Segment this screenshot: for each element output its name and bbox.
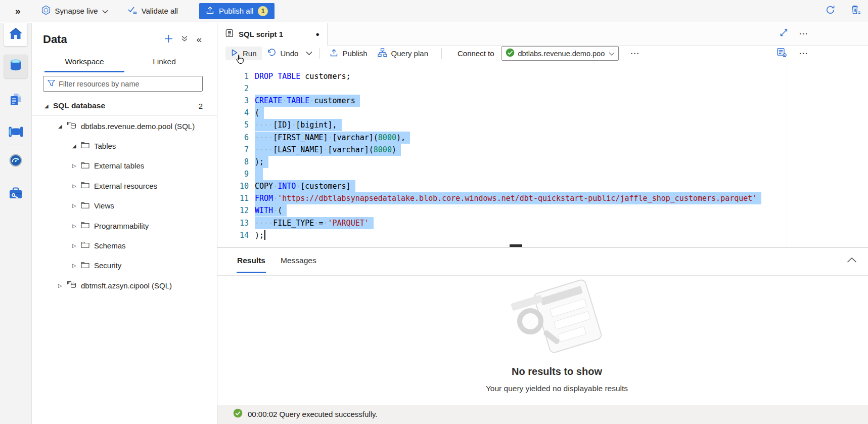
line-number: 4	[217, 107, 249, 119]
publish-button[interactable]: Publish	[325, 47, 372, 61]
selected-pool-name: dbtlabs.revenue.demo.pool	[518, 50, 605, 58]
undo-icon	[267, 49, 277, 59]
expanded-caret-icon[interactable]: ◢	[58, 123, 67, 129]
sql-editor-region: SQL script 1 ● ··· Run Undo Publish Quer…	[217, 23, 868, 424]
nav-data-button[interactable]	[4, 55, 27, 78]
tree-item-sql-database[interactable]: ◢SQL database2	[32, 96, 217, 116]
upload-icon	[206, 6, 214, 16]
tab-linked[interactable]: Linked	[124, 52, 204, 72]
empty-state-title: No results to show	[512, 366, 602, 377]
query-plan-button[interactable]: Query plan	[373, 46, 433, 61]
tab-messages[interactable]: Messages	[280, 250, 317, 273]
run-button[interactable]: Run	[225, 47, 262, 60]
success-check-icon	[233, 408, 243, 420]
nav-manage-button[interactable]	[4, 183, 27, 206]
publish-all-button[interactable]: Publish all 1	[199, 3, 275, 19]
collapsed-caret-icon[interactable]: ▷	[72, 203, 81, 208]
double-chevron-down-icon[interactable]	[181, 35, 188, 44]
code-line-1[interactable]: 1DROP TABLE customers;	[217, 70, 868, 82]
expanded-caret-icon[interactable]: ◢	[72, 143, 81, 149]
tree-item-tables[interactable]: ◢Tables	[32, 136, 217, 156]
code-line-4[interactable]: 4(	[217, 107, 868, 119]
home-icon	[9, 27, 23, 42]
code-text: ····[FIRST_NAME]·[varchar](8000),	[255, 132, 410, 144]
code-line-3[interactable]: 3CREATE·TABLE·customers	[217, 95, 868, 107]
panel-title: Data	[43, 33, 67, 46]
collapsed-caret-icon[interactable]: ▷	[72, 263, 81, 268]
run-label: Run	[243, 49, 257, 58]
monitor-gauge-icon	[9, 153, 23, 169]
code-line-13[interactable]: 13····FILE_TYPE·=·'PARQUET'	[217, 217, 868, 229]
code-line-8[interactable]: 8);	[217, 156, 868, 168]
code-text: DROP TABLE customers;	[255, 70, 351, 82]
code-line-6[interactable]: 6····[FIRST_NAME]·[varchar](8000),	[217, 132, 868, 144]
pool-status-check-icon	[506, 48, 515, 59]
tree-item-security[interactable]: ▷Security	[32, 256, 217, 275]
code-text: COPY·INTO·[customers]	[255, 180, 355, 192]
line-number: 12	[217, 204, 249, 217]
discard-all-icon[interactable]	[851, 5, 861, 17]
collapsed-caret-icon[interactable]: ▷	[72, 223, 81, 229]
editor-more-actions-icon[interactable]: ···	[799, 49, 808, 58]
tree-item-dbtmsft-azsyn-cipool-sql-[interactable]: ▷dbtmsft.azsyn.cipool (SQL)	[32, 276, 217, 295]
line-number: 1	[217, 70, 249, 82]
splitter-handle[interactable]	[510, 244, 522, 247]
code-line-7[interactable]: 7····[LAST_NAME]·[varchar](8000)	[217, 144, 868, 156]
properties-icon[interactable]	[776, 48, 787, 60]
expand-editor-icon[interactable]	[780, 28, 788, 39]
collapse-panel-icon[interactable]: «	[196, 34, 202, 45]
code-line-9[interactable]: 9	[217, 168, 868, 180]
refresh-icon[interactable]	[825, 5, 836, 17]
tab-sql-script-1[interactable]: SQL script 1 ●	[217, 23, 328, 46]
nav-develop-button[interactable]	[4, 89, 27, 112]
tab-results[interactable]: Results	[237, 250, 266, 273]
code-text: ····FILE_TYPE·=·'PARQUET'	[255, 217, 374, 229]
synapse-live-selector[interactable]: Synapse live	[41, 5, 108, 17]
tree-item-views[interactable]: ▷Views	[32, 196, 217, 216]
filter-input[interactable]	[59, 80, 198, 88]
validate-all-button[interactable]: Validate all	[127, 6, 178, 16]
nav-integrate-button[interactable]	[4, 121, 27, 144]
collapsed-caret-icon[interactable]: ▷	[72, 183, 81, 189]
nav-home-button[interactable]	[4, 23, 27, 46]
folder-icon	[81, 261, 89, 270]
code-editor[interactable]: 1DROP TABLE customers;23CREATE·TABLE·cus…	[217, 62, 868, 247]
tree-item-label: dbtmsft.azsyn.cipool (SQL)	[81, 281, 172, 290]
code-line-11[interactable]: 11FROM·'https://dbtlabsynapsedatalake.bl…	[217, 192, 868, 204]
collapsed-caret-icon[interactable]: ▷	[72, 243, 81, 248]
line-number: 10	[217, 180, 249, 192]
tree-item-external-resources[interactable]: ▷External resources	[32, 176, 217, 196]
code-line-14[interactable]: 14);	[217, 229, 868, 241]
code-line-12[interactable]: 12WITH·(	[217, 204, 868, 217]
nav-monitor-button[interactable]	[4, 150, 27, 173]
filter-box[interactable]	[43, 76, 203, 92]
tree-item-label: SQL database	[53, 101, 105, 110]
tree-item-label: External tables	[94, 161, 144, 170]
tree-item-schemas[interactable]: ▷Schemas	[32, 236, 217, 256]
tree-item-external-tables[interactable]: ▷External tables	[32, 156, 217, 176]
connect-to-pool-dropdown[interactable]: dbtlabs.revenue.demo.pool	[501, 46, 619, 61]
add-resource-icon[interactable]	[164, 34, 173, 45]
toolbar-more-actions-icon[interactable]: ···	[631, 49, 640, 58]
collapsed-caret-icon[interactable]: ▷	[58, 283, 67, 288]
code-line-10[interactable]: 10COPY·INTO·[customers]	[217, 180, 868, 192]
code-line-5[interactable]: 5····[ID]·[bigint],	[217, 119, 868, 131]
tree-item-dbtlabs-revenue-demo-pool-sql-[interactable]: ◢dbtlabs.revenue.demo.pool (SQL)	[32, 116, 217, 136]
collapse-results-chevron-icon[interactable]	[847, 256, 857, 265]
left-nav-rail	[0, 23, 32, 424]
line-number: 13	[217, 217, 249, 229]
run-options-chevron[interactable]	[303, 49, 315, 58]
code-line-2[interactable]: 2	[217, 82, 868, 95]
tab-more-actions-icon[interactable]: ···	[799, 29, 808, 38]
line-number: 8	[217, 156, 249, 168]
expanded-caret-icon[interactable]: ◢	[44, 103, 53, 109]
tree-item-label: Security	[94, 261, 121, 270]
sql-pool-icon	[67, 280, 76, 291]
tree-item-label: Schemas	[94, 241, 126, 250]
editor-ruler	[787, 62, 787, 247]
expand-sidebar-icon[interactable]: »	[15, 6, 21, 17]
tree-item-programmability[interactable]: ▷Programmability	[32, 216, 217, 235]
tab-workspace[interactable]: Workspace	[44, 52, 124, 72]
collapsed-caret-icon[interactable]: ▷	[72, 163, 81, 168]
undo-button[interactable]: Undo	[262, 47, 304, 61]
